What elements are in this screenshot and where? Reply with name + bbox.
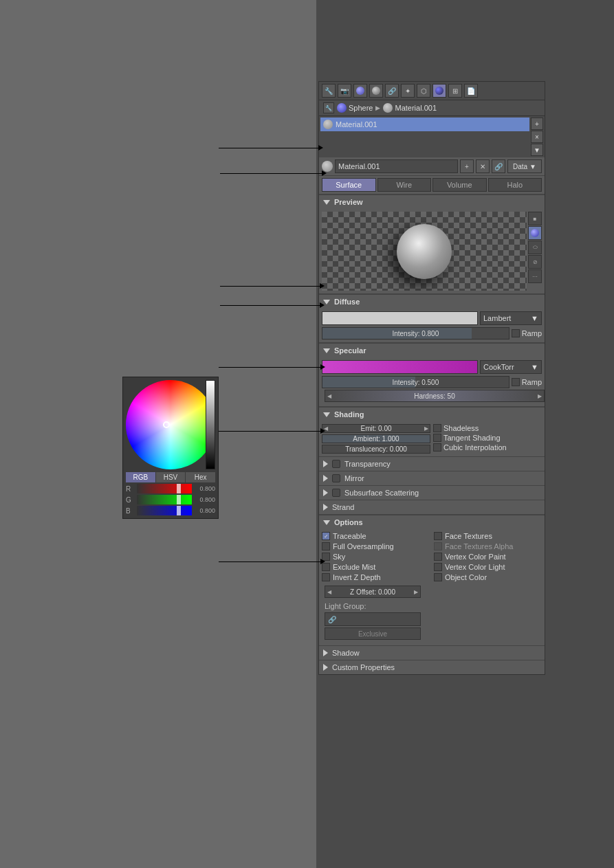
preview-icon-sphere[interactable] (528, 226, 542, 240)
specular-method-dropdown[interactable]: CookTorr ▼ (480, 360, 542, 374)
toolbar-icon-physics[interactable]: ⬡ (417, 84, 430, 98)
tab-wire[interactable]: Wire (377, 178, 432, 192)
vertex-color-light-checkbox[interactable] (434, 563, 442, 571)
vertex-color-paint-checkbox[interactable] (434, 553, 442, 561)
transparency-header[interactable]: Transparency (319, 457, 545, 471)
sss-expand-icon (323, 489, 328, 496)
material-link-btn[interactable]: 🔗 (492, 159, 505, 173)
toolbar-icon-link[interactable]: 🔗 (385, 84, 399, 98)
breadcrumb-sphere-label: Sphere (349, 104, 373, 112)
invert-z-depth-checkbox[interactable] (322, 573, 330, 581)
z-offset-row: ◀ Z Offset: 0.000 ▶ (322, 584, 542, 599)
light-group-icon: 🔗 (328, 616, 336, 623)
diffuse-intensity-value: Intensity: 0.800 (392, 330, 439, 337)
toolbar-icon-texture[interactable] (432, 84, 446, 98)
breadcrumb-material[interactable]: Material.001 (383, 103, 437, 113)
channel-b-label: B (126, 507, 135, 515)
options-header[interactable]: Options (319, 515, 545, 529)
tab-hex[interactable]: Hex (186, 472, 215, 482)
toolbar-icon-script[interactable]: 📄 (464, 84, 478, 98)
object-color-checkbox[interactable] (434, 573, 442, 581)
specular-intensity-value: Intensity: 0.500 (392, 379, 439, 386)
specular-header[interactable]: Specular (319, 343, 545, 357)
shadow-header[interactable]: Shadow (319, 646, 545, 660)
cubic-interpolation-checkbox[interactable] (433, 443, 441, 452)
material-panel: 🔧 📷 🔗 ✦ ⬡ ⊞ 📄 🔧 Sphere ▶ Material.001 (318, 81, 545, 675)
mirror-header[interactable]: Mirror (319, 471, 545, 485)
tab-rgb[interactable]: RGB (126, 472, 155, 482)
channel-b-bar[interactable] (137, 506, 192, 515)
tab-halo[interactable]: Halo (488, 178, 542, 192)
custom-properties-header[interactable]: Custom Properties (319, 660, 545, 674)
breadcrumb-sphere[interactable]: Sphere (337, 103, 373, 113)
traceable-checkbox[interactable]: ✓ (322, 532, 330, 540)
material-list-item[interactable]: Material.001 (320, 118, 529, 131)
channel-r-bar[interactable] (137, 484, 192, 493)
preview-sidebar: ■ ⬭ ⊘ ⋯ (528, 212, 542, 291)
material-list-wrapper: Material.001 + × ▼ (319, 116, 545, 157)
preview-section: Preview ■ ⬭ ⊘ ⋯ (319, 194, 545, 293)
specular-color-swatch[interactable] (322, 360, 478, 374)
specular-intensity-slider[interactable]: Intensity: 0.500 (322, 376, 509, 388)
transparency-section: Transparency (319, 456, 545, 471)
toolbar-icon-wrench[interactable]: 🔧 (322, 84, 336, 98)
preview-icon-cylinder[interactable]: ⬭ (528, 241, 542, 254)
color-brightness-strip[interactable] (206, 380, 215, 469)
specular-ramp-checkbox[interactable] (512, 378, 520, 386)
sss-toggle-icon[interactable] (332, 489, 340, 497)
diffuse-method-dropdown[interactable]: Lambert ▼ (480, 311, 542, 325)
emit-slider[interactable]: ◀ Emit: 0.00 ▶ (322, 424, 430, 433)
arrow-material-name (220, 170, 327, 176)
material-delete-btn[interactable]: ✕ (476, 159, 490, 173)
breadcrumb-home-icon[interactable]: 🔧 (323, 102, 334, 113)
translucency-slider[interactable]: Translucency: 0.000 (322, 445, 430, 454)
shadeless-checkbox[interactable] (433, 424, 441, 432)
toolbar-icon-material[interactable] (369, 84, 383, 98)
breadcrumb-material-label: Material.001 (395, 104, 437, 112)
material-add-btn[interactable]: + (531, 118, 543, 130)
shadow-expand-icon (323, 649, 328, 656)
material-data-dropdown[interactable]: Data ▼ (507, 159, 542, 173)
diffuse-intensity-slider[interactable]: Intensity: 0.800 (322, 327, 509, 340)
tangent-shading-checkbox[interactable] (433, 434, 441, 442)
full-oversampling-checkbox[interactable] (322, 542, 330, 550)
shading-header[interactable]: Shading (319, 407, 545, 421)
color-wheel-container[interactable] (126, 380, 215, 469)
strand-header[interactable]: Strand (319, 500, 545, 514)
tab-hsv[interactable]: HSV (156, 472, 186, 482)
diffuse-ramp-checkbox[interactable] (512, 329, 520, 337)
diffuse-ramp-row: Ramp (512, 329, 542, 337)
exclusive-button[interactable]: Exclusive (325, 627, 421, 640)
transparency-toggle-icon[interactable] (332, 460, 340, 468)
face-textures-checkbox[interactable] (434, 532, 442, 540)
material-down-btn[interactable]: ▼ (531, 144, 543, 156)
mirror-toggle-icon[interactable] (332, 474, 340, 482)
preview-icon-hair[interactable]: ⊘ (528, 255, 542, 269)
cubic-interpolation-label: Cubic Interpolation (443, 443, 507, 452)
ambient-slider[interactable]: Ambient: 1.000 (322, 434, 430, 443)
toolbar-icon-camera[interactable]: 📷 (338, 84, 351, 98)
toolbar-icon-grid[interactable]: ⊞ (448, 84, 462, 98)
sss-header[interactable]: Subsurface Scattering (319, 486, 545, 500)
tab-surface[interactable]: Surface (322, 178, 376, 192)
arrow-specular (219, 428, 325, 434)
preview-icon-square[interactable]: ■ (528, 212, 542, 225)
tab-volume[interactable]: Volume (432, 178, 487, 192)
shading-label: Shading (334, 410, 364, 419)
diffuse-color-swatch[interactable] (322, 311, 478, 325)
preview-header[interactable]: Preview (319, 194, 545, 209)
preview-icon-more[interactable]: ⋯ (528, 269, 542, 283)
light-group-input[interactable]: 🔗 (325, 612, 421, 626)
specular-hardness-slider[interactable]: ◀ Hardness: 50 ▶ (325, 390, 545, 402)
material-remove-btn[interactable]: × (531, 131, 543, 143)
material-list-item-label: Material.001 (336, 120, 377, 129)
toolbar-icon-particle[interactable]: ✦ (401, 84, 415, 98)
diffuse-header[interactable]: Diffuse (319, 294, 545, 309)
toolbar-icon-sphere[interactable] (353, 84, 367, 98)
specular-section: Specular CookTorr ▼ Intensity: 0.500 Ram… (319, 342, 545, 406)
z-offset-slider[interactable]: ◀ Z Offset: 0.000 ▶ (325, 586, 421, 598)
channel-g-bar[interactable] (137, 495, 192, 504)
material-copy-btn[interactable]: + (460, 159, 474, 173)
material-name-input[interactable] (335, 159, 458, 173)
full-oversampling-option: Full Oversampling (322, 542, 430, 550)
